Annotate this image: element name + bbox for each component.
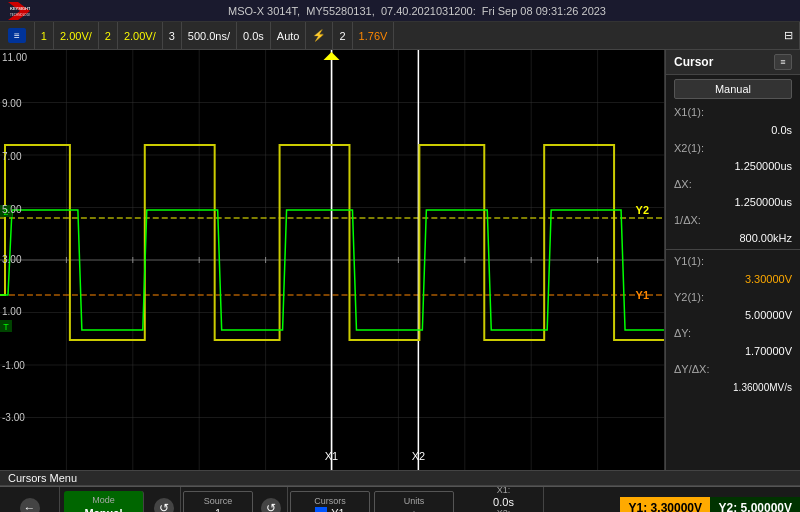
inv-dx-label: 1/ΔX: — [674, 214, 701, 226]
cursor-panel-menu-btn[interactable]: ≡ — [774, 54, 792, 70]
trigger-level[interactable]: 1.76V — [353, 22, 395, 49]
source-value[interactable]: 1 — [215, 507, 221, 512]
cursors-menu-label: Cursors Menu — [8, 472, 77, 484]
x1-label: X1(1): — [674, 106, 704, 118]
prev-cursor-btn[interactable]: ↺ — [261, 498, 281, 513]
y1-row: Y1(1): — [666, 252, 800, 270]
y-status-section: Y1: 3.30000V Y2: 5.00000V — [620, 487, 800, 512]
cursors-value[interactable]: Y1 — [315, 507, 344, 512]
cursor-color-indicator — [315, 507, 327, 512]
mode-section: ← — [0, 487, 60, 512]
toolbar-right-icon[interactable]: ⊟ — [778, 22, 800, 49]
cursors-label: Cursors — [314, 496, 346, 506]
main-area: X1 X2 Y2 Y1 T 2 11.00 9.00 7.00 5.00 3.0… — [0, 50, 800, 470]
inv-dx-value: 800.00kHz — [739, 232, 792, 244]
y2-value-row: 5.00000V — [666, 306, 800, 324]
x1-value-row: 0.0s — [666, 121, 800, 139]
units-section: Units ↓ — [374, 491, 454, 512]
x1-row: X1(1): — [666, 103, 800, 121]
keysight-logo: KEYSIGHT TECHNOLOGIES — [8, 2, 30, 20]
grid-svg: X1 X2 Y2 Y1 T 2 — [0, 50, 664, 470]
dx-row: ΔX: — [666, 175, 800, 193]
oscilloscope-screen[interactable]: X1 X2 Y2 Y1 T 2 11.00 9.00 7.00 5.00 3.0… — [0, 50, 665, 470]
mode-label: Mode — [92, 495, 115, 505]
delay-value[interactable]: 0.0s — [237, 22, 271, 49]
units-down-arrow[interactable]: ↓ — [411, 507, 417, 512]
cursor-panel: Cursor ≡ Manual X1(1): 0.0s X2(1): 1.250… — [665, 50, 800, 470]
svg-text:Y2: Y2 — [636, 204, 649, 216]
y2-status-box: Y2: 5.00000V — [710, 497, 800, 513]
dy-dx-value: 1.36000MV/s — [733, 382, 792, 393]
y-label-3: 5.00 — [2, 204, 21, 215]
trigger-mode[interactable]: Auto — [271, 22, 307, 49]
ch3-label: 3 — [163, 22, 182, 49]
trigger-icon: ⚡ — [306, 22, 333, 49]
x2-label: X2(1): — [674, 142, 704, 154]
dx-value: 1.250000us — [735, 196, 793, 208]
source-section: Source 1 — [183, 491, 253, 512]
svg-text:Y1: Y1 — [636, 289, 649, 301]
prev-source-btn[interactable]: ↺ — [154, 498, 174, 513]
menu-btn[interactable]: ≡ — [0, 22, 35, 49]
x2-row: X2(1): — [666, 139, 800, 157]
y-label-2: 7.00 — [2, 151, 21, 162]
y-label-4: 3.00 — [2, 254, 21, 265]
y1-value-row: 3.30000V — [666, 270, 800, 288]
svg-text:TECHNOLOGIES: TECHNOLOGIES — [10, 13, 30, 17]
y2-label: Y2(1): — [674, 291, 704, 303]
dx-value-row: 1.250000us — [666, 193, 800, 211]
source-arrow-left[interactable]: ↺ — [148, 487, 181, 512]
title-bar: KEYSIGHT TECHNOLOGIES MSO-X 3014T, MY552… — [0, 0, 800, 22]
timebase-scale[interactable]: 500.0ns/ — [182, 22, 237, 49]
dy-dx-row: ΔY/ΔX: — [666, 360, 800, 378]
x2-value-row: 1.250000us — [666, 157, 800, 175]
dy-value: 1.70000V — [745, 345, 792, 357]
y1-label: Y1(1): — [674, 255, 704, 267]
svg-text:KEYSIGHT: KEYSIGHT — [10, 6, 30, 11]
keysight-logo-icon: KEYSIGHT TECHNOLOGIES — [8, 2, 30, 20]
ch2-scale[interactable]: 2.00V/ — [118, 22, 163, 49]
cursors-arrow-left[interactable]: ↺ — [255, 487, 288, 512]
cursor-panel-header: Cursor ≡ — [666, 50, 800, 75]
dy-dx-value-row: 1.36000MV/s — [666, 378, 800, 396]
ch1-label: 1 — [35, 22, 54, 49]
svg-text:X2: X2 — [412, 450, 425, 462]
svg-text:T: T — [3, 322, 9, 332]
x1-status-label: X1: — [497, 485, 511, 495]
dy-dx-label: ΔY/ΔX: — [674, 363, 709, 375]
x1-value: 0.0s — [771, 124, 792, 136]
y-label-6: -1.00 — [2, 360, 25, 371]
mode-value[interactable]: Manual — [77, 506, 131, 512]
cursor-mode-btn[interactable]: Manual — [674, 79, 792, 99]
ch1-scale[interactable]: 2.00V/ — [54, 22, 99, 49]
toolbar: ≡ 1 2.00V/ 2 2.00V/ 3 500.0ns/ 0.0s Auto… — [0, 22, 800, 50]
ch2-label: 2 — [99, 22, 118, 49]
inv-dx-row: 1/ΔX: — [666, 211, 800, 229]
y-label-0: 11.00 — [2, 52, 27, 63]
x2-value: 1.250000us — [735, 160, 793, 172]
y1-status-value: Y1: 3.30000V — [629, 501, 702, 513]
mode-value-section: Mode Manual — [64, 491, 144, 512]
title-text: MSO-X 3014T, MY55280131, 07.40.202103120… — [42, 5, 792, 17]
y2-status-value: Y2: 5.00000V — [719, 501, 792, 513]
menu-icon[interactable]: ≡ — [8, 28, 26, 43]
x1-status-section: X1: 0.0s X2: 1.250000us — [464, 487, 544, 512]
source-label: Source — [204, 496, 233, 506]
dy-label: ΔY: — [674, 327, 691, 339]
y-label-7: -3.00 — [2, 412, 25, 423]
cursors-value-text: Y1 — [331, 507, 344, 512]
prev-mode-btn[interactable]: ← — [20, 498, 40, 513]
units-label: Units — [404, 496, 425, 506]
y2-row: Y2(1): — [666, 288, 800, 306]
x2-status-label: X2: — [497, 508, 511, 512]
y1-value: 3.30000V — [745, 273, 792, 285]
y-label-1: 9.00 — [2, 98, 21, 109]
trigger-ch: 2 — [333, 22, 352, 49]
y-label-5: 1.00 — [2, 306, 21, 317]
y2-value: 5.00000V — [745, 309, 792, 321]
y1-status-box: Y1: 3.30000V — [620, 497, 710, 513]
cursor-panel-title: Cursor — [674, 55, 713, 69]
cursors-section: Cursors Y1 — [290, 491, 370, 512]
cursors-menu-bar: Cursors Menu — [0, 470, 800, 486]
dx-label: ΔX: — [674, 178, 692, 190]
